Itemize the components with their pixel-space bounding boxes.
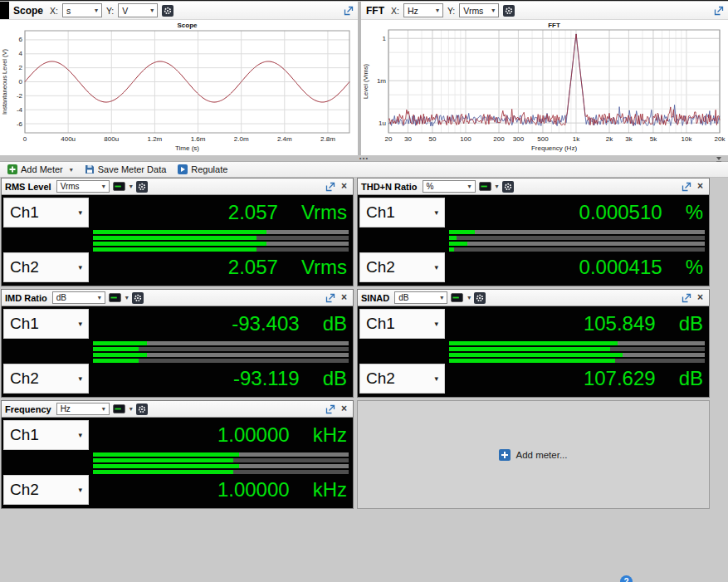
- chevron-down-icon: ▾: [129, 405, 133, 413]
- sinad-expand-icon[interactable]: [682, 293, 691, 303]
- svg-text:0: 0: [19, 78, 23, 86]
- imd-ratio-title: IMD Ratio: [5, 293, 47, 303]
- scope-panel-header: Scope X: s ▾ Y: V ▾: [0, 2, 358, 20]
- meter-panel-rms-level: RMS LevelVrms▾▾×Ch1▾2.057VrmsCh2▾2.057Vr…: [1, 178, 354, 286]
- fft-x-unit-combo[interactable]: Hz ▾: [403, 3, 443, 17]
- rms-level-ch2-value: 2.057Vrms: [95, 252, 347, 282]
- thdn-ratio-settings-gear-icon[interactable]: [502, 181, 514, 193]
- imd-ratio-display-mode-icon[interactable]: ▾: [109, 293, 129, 302]
- rms-level-display-mode-icon[interactable]: ▾: [113, 182, 133, 191]
- frequency-unit-combo[interactable]: Hz▾: [56, 403, 110, 415]
- meter-unit: Vrms: [301, 256, 347, 279]
- meter-value: 1.00000: [217, 478, 290, 501]
- level-bar: [93, 464, 349, 468]
- frequency-title: Frequency: [5, 404, 51, 414]
- frequency-ch1-selector[interactable]: Ch1▾: [3, 420, 89, 450]
- frequency-close-icon[interactable]: ×: [339, 403, 349, 414]
- svg-text:1m: 1m: [377, 77, 386, 85]
- thdn-ratio-close-icon[interactable]: ×: [695, 181, 706, 192]
- scope-expand-icon[interactable]: [344, 6, 354, 16]
- level-bar: [93, 347, 349, 351]
- rms-level-title: RMS Level: [5, 182, 51, 192]
- add-meter-button[interactable]: Add Meter ▾: [2, 164, 78, 175]
- regulate-button[interactable]: Regulate: [173, 164, 232, 175]
- regulate-label: Regulate: [191, 164, 227, 174]
- scope-x-unit-combo[interactable]: s ▾: [62, 3, 102, 17]
- thdn-ratio-unit-combo[interactable]: %▾: [423, 180, 476, 193]
- rms-level-unit-value: Vrms: [61, 182, 80, 191]
- sinad-close-icon[interactable]: ×: [695, 292, 706, 303]
- rms-level-close-icon[interactable]: ×: [339, 181, 349, 192]
- sinad-settings-gear-icon[interactable]: [474, 292, 486, 304]
- frequency-settings-gear-icon[interactable]: [136, 403, 148, 415]
- sinad-title: SINAD: [361, 293, 389, 303]
- sinad-ch2-selector[interactable]: Ch2▾: [359, 364, 445, 394]
- fft-chart[interactable]: FFT2030501002003005001k2k3k5k10k20k11m1u…: [361, 20, 728, 154]
- svg-text:30: 30: [404, 135, 412, 143]
- play-icon: [178, 164, 188, 174]
- rms-level-expand-icon[interactable]: [325, 182, 335, 192]
- imd-ratio-close-icon[interactable]: ×: [339, 292, 349, 303]
- svg-text:Time (s): Time (s): [175, 144, 199, 152]
- thdn-ratio-ch2-selector[interactable]: Ch2▾: [359, 252, 445, 282]
- imd-ratio-settings-gear-icon[interactable]: [132, 292, 144, 304]
- rms-level-settings-gear-icon[interactable]: [136, 181, 148, 193]
- sinad-unit-combo[interactable]: dB▾: [394, 291, 447, 304]
- frequency-expand-icon[interactable]: [325, 404, 335, 414]
- imd-ratio-ch2-value: -93.119dB: [95, 364, 347, 394]
- svg-text:4: 4: [19, 50, 23, 57]
- channel-label: Ch1: [366, 315, 395, 333]
- thdn-ratio-display-mode-icon[interactable]: ▾: [479, 182, 499, 191]
- rms-level-ch1-selector[interactable]: Ch1▾: [3, 198, 89, 227]
- scope-chart[interactable]: Scope0400u800u1.2m1.6m2.0m2.4m2.8m6420-2…: [0, 20, 358, 154]
- panel-splitter[interactable]: …: [0, 155, 728, 162]
- svg-text:1u: 1u: [379, 120, 386, 127]
- fft-panel: FFT X: Hz ▾ Y: Vrms ▾ FFT203050100200300…: [361, 2, 728, 155]
- sinad-display: Ch1▾105.849dBCh2▾107.629dB: [358, 306, 709, 397]
- rms-level-ch1-value: 2.057Vrms: [95, 198, 347, 227]
- scope-y-unit-combo[interactable]: V ▾: [118, 3, 158, 17]
- meter-value: 2.057: [228, 201, 278, 224]
- sinad-ch1-selector[interactable]: Ch1▾: [359, 309, 445, 339]
- channel-label: Ch1: [366, 203, 395, 222]
- level-bar: [93, 458, 349, 462]
- imd-ratio-expand-icon[interactable]: [325, 293, 335, 303]
- level-bar: [93, 452, 349, 457]
- sinad-display-mode-icon[interactable]: ▾: [451, 293, 471, 302]
- save-meter-data-button[interactable]: Save Meter Data: [80, 164, 172, 175]
- meter-unit: Vrms: [301, 201, 347, 224]
- svg-text:1.2m: 1.2m: [148, 135, 163, 143]
- fft-y-unit-combo[interactable]: Vrms ▾: [459, 3, 499, 17]
- level-bar: [93, 236, 349, 240]
- frequency-ch2-selector[interactable]: Ch2▾: [3, 475, 89, 505]
- imd-ratio-ch2-selector[interactable]: Ch2▾: [3, 364, 89, 394]
- thdn-ratio-ch1-selector[interactable]: Ch1▾: [359, 198, 445, 227]
- fft-settings-gear-icon[interactable]: [503, 5, 515, 17]
- fft-x-axis-label: X:: [391, 6, 399, 16]
- fft-expand-icon[interactable]: [714, 6, 724, 16]
- svg-text:2.0m: 2.0m: [234, 135, 249, 143]
- meter-grid: RMS LevelVrms▾▾×Ch1▾2.057VrmsCh2▾2.057Vr…: [1, 178, 710, 509]
- meter-unit: %: [686, 201, 703, 224]
- scope-settings-gear-icon[interactable]: [162, 5, 173, 17]
- imd-ratio-unit-combo[interactable]: dB▾: [52, 291, 105, 304]
- meter-unit: dB: [323, 367, 347, 390]
- rms-level-bar-meters: [93, 230, 349, 252]
- channel-label: Ch2: [10, 481, 39, 499]
- add-meter-placeholder[interactable]: Add meter...: [357, 400, 710, 509]
- frequency-display-mode-icon[interactable]: ▾: [113, 404, 133, 413]
- chevron-down-icon: ▾: [150, 7, 154, 14]
- chevron-down-icon: ▾: [95, 7, 98, 14]
- thdn-ratio-unit-value: %: [427, 182, 434, 191]
- scope-x-axis-label: X:: [50, 6, 58, 16]
- rms-level-unit-combo[interactable]: Vrms▾: [56, 180, 110, 193]
- help-icon[interactable]: ?: [620, 575, 633, 582]
- scope-panel: Scope X: s ▾ Y: V ▾ Scope0400u800u1.2m1.…: [0, 2, 358, 155]
- svg-text:5k: 5k: [650, 135, 657, 143]
- thdn-ratio-expand-icon[interactable]: [682, 182, 691, 192]
- level-bar: [449, 236, 705, 240]
- meter-unit: dB: [679, 312, 703, 335]
- rms-level-ch2-selector[interactable]: Ch2▾: [3, 252, 89, 282]
- chevron-down-icon: ▾: [434, 374, 438, 383]
- imd-ratio-ch1-selector[interactable]: Ch1▾: [3, 309, 89, 339]
